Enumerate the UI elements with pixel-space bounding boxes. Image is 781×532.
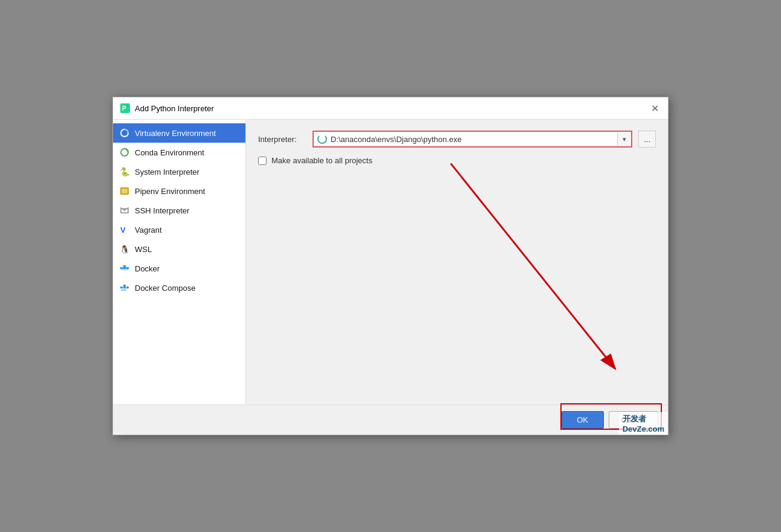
pycharm-icon: P [120,103,130,113]
title-bar: P Add Python Interpreter ✕ [113,97,668,120]
sidebar-item-docker-compose[interactable]: Docker Compose [113,278,245,297]
sidebar-label-wsl: WSL [135,245,152,254]
svg-text:🐍: 🐍 [120,167,129,177]
sidebar-item-ssh[interactable]: SSH Interpreter [113,201,245,220]
svg-rect-11 [120,267,123,269]
pipenv-icon [119,186,130,196]
interpreter-row: Interpreter: ▾ ... [258,131,656,148]
interpreter-input-wrapper: ▾ [313,131,632,148]
sidebar-item-conda[interactable]: Conda Environment [113,143,245,162]
sidebar-label-vagrant: Vagrant [135,225,162,235]
wsl-icon: 🐧 [119,244,130,255]
interpreter-label: Interpreter: [258,135,306,144]
vagrant-icon: V [119,224,130,235]
docker-compose-icon [119,282,130,293]
sidebar-label-docker-compose: Docker Compose [135,284,195,293]
interpreter-more-button[interactable]: ... [638,131,656,148]
svg-rect-16 [123,287,126,288]
svg-rect-12 [123,267,126,269]
sidebar-item-virtualenv[interactable]: Virtualenv Environment [113,123,245,143]
make-available-label: Make available to all projects [271,156,372,165]
interpreter-dropdown-button[interactable]: ▾ [617,133,631,146]
checkbox-row: Make available to all projects [258,156,656,165]
interpreter-input-inner [314,132,614,146]
sidebar: Virtualenv Environment Conda Environment… [113,120,246,404]
sidebar-item-system[interactable]: 🐍 System Interpreter [113,162,245,181]
ssh-icon [119,205,130,216]
sidebar-item-wsl[interactable]: 🐧 WSL [113,239,245,259]
sidebar-label-system: System Interpreter [135,167,199,177]
svg-rect-20 [124,290,126,291]
svg-rect-19 [122,290,123,291]
svg-line-22 [451,163,615,369]
loading-spinner-icon [317,134,327,144]
svg-text:V: V [120,225,126,235]
close-button[interactable]: ✕ [649,102,661,114]
ok-button[interactable]: OK [562,411,604,429]
svg-rect-13 [123,265,126,267]
sidebar-label-ssh: SSH Interpreter [135,206,189,215]
svg-rect-17 [123,285,126,287]
sidebar-item-vagrant[interactable]: V Vagrant [113,220,245,239]
dialog-body: Virtualenv Environment Conda Environment… [113,120,668,404]
sidebar-item-docker[interactable]: Docker [113,259,245,278]
make-available-checkbox[interactable] [258,157,267,165]
docker-icon [119,263,130,274]
dialog-footer: OK Cancel 开发者DevZe.com [113,404,668,435]
sidebar-item-pipenv[interactable]: Pipenv Environment [113,181,245,201]
sidebar-label-virtualenv: Virtualenv Environment [135,129,216,138]
svg-rect-6 [122,189,128,193]
svg-rect-14 [126,267,129,269]
interpreter-path-input[interactable] [331,135,610,144]
dialog-title: Add Python Interpreter [135,104,644,113]
sidebar-label-docker: Docker [135,264,160,273]
virtualenv-icon [119,128,130,138]
conda-icon [119,147,130,158]
add-python-interpreter-dialog: P Add Python Interpreter ✕ Virtualenv En… [112,97,669,435]
svg-text:🐧: 🐧 [120,244,129,254]
svg-rect-18 [126,287,129,288]
cancel-button[interactable]: Cancel [609,411,658,429]
svg-text:P: P [122,105,126,112]
system-icon: 🐍 [119,166,130,177]
main-content: Interpreter: ▾ ... Make available to all… [246,120,668,404]
sidebar-label-pipenv: Pipenv Environment [135,187,205,196]
sidebar-label-conda: Conda Environment [135,148,204,157]
svg-rect-15 [120,287,123,288]
